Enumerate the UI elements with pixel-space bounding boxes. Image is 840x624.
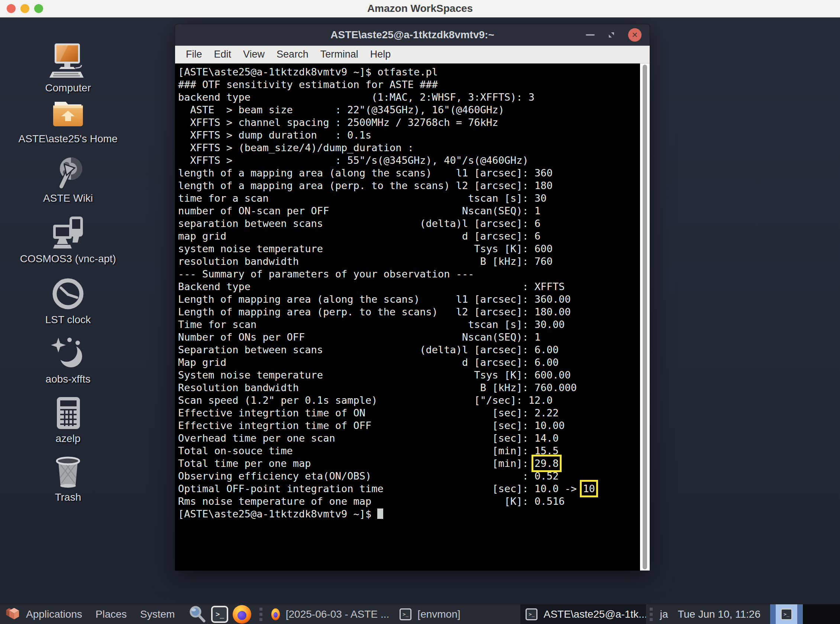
applications-logo-icon[interactable]	[4, 605, 21, 624]
globe-cursor-icon	[50, 153, 86, 190]
close-button[interactable]: ✕	[628, 28, 642, 42]
clock-icon	[50, 275, 86, 312]
desktop-icon-label: azelp	[56, 433, 80, 445]
calculator-icon	[50, 393, 86, 431]
terminal-icon: >_	[211, 606, 228, 623]
task-button-firefox-window[interactable]: [2025-06-03 - ASTE ...	[266, 604, 394, 624]
task-label: [2025-06-03 - ASTE ...	[286, 609, 390, 620]
terminal-scrollbar[interactable]	[640, 63, 650, 570]
taskbar: Applications Places System >_ [2025-06-0…	[0, 604, 840, 624]
home-folder-icon	[50, 94, 86, 131]
minimize-button[interactable]	[586, 34, 595, 36]
desktop-icon-label: Trash	[55, 491, 81, 503]
highlighted-value: 29.8	[534, 457, 558, 469]
terminal-cursor	[377, 508, 383, 519]
desktop-icon-label: COSMOS3 (vnc-apt)	[20, 253, 116, 265]
desktop-icon-computer[interactable]: Computer	[11, 43, 125, 94]
menu-terminal[interactable]: Terminal	[315, 49, 364, 60]
taskbar-menu-applications[interactable]: Applications	[26, 609, 82, 620]
firefox-icon	[271, 609, 280, 620]
desktop-icon-label: aobs-xffts	[46, 373, 91, 385]
menu-file[interactable]: File	[181, 49, 207, 60]
taskbar-clock[interactable]: Tue Jun 10, 11:26	[678, 609, 761, 620]
dual-monitor-icon	[50, 213, 86, 251]
taskbar-menu-places[interactable]: Places	[96, 609, 127, 620]
computer-icon	[49, 43, 87, 80]
tray-terminal-highlight: >_	[776, 604, 797, 624]
terminal-icon: >_	[781, 609, 792, 620]
desktop-icon-label: ASTE\aste25's Home	[19, 133, 118, 145]
input-method-indicator[interactable]: ja	[660, 609, 668, 620]
desktop-icon-aste-wiki[interactable]: ASTE Wiki	[11, 153, 125, 204]
terminal-icon: >_	[399, 609, 411, 620]
app-title: Amazon WorkSpaces	[0, 3, 840, 14]
firefox-launcher[interactable]	[233, 605, 251, 624]
desktop-icon-aobs-xffts[interactable]: aobs-xffts	[11, 334, 125, 385]
taskbar-end-filler	[803, 604, 840, 624]
workspaces-top-bar: Amazon WorkSpaces	[0, 0, 840, 17]
tray-terminal-slot[interactable]: >_	[770, 604, 803, 624]
search-icon	[188, 605, 207, 624]
moon-stars-icon	[50, 334, 86, 371]
restore-button[interactable]	[607, 31, 616, 39]
terminal-launcher[interactable]: >_	[211, 606, 228, 623]
desktop-icon-label: LST clock	[45, 314, 91, 326]
terminal-menubar: File Edit View Search Terminal Help	[175, 46, 650, 63]
menu-view[interactable]: View	[238, 49, 270, 60]
desktop-icon-lst-clock[interactable]: LST clock	[11, 275, 125, 326]
desktop-icon-cosmos3[interactable]: COSMOS3 (vnc-apt)	[11, 213, 125, 265]
firefox-icon	[233, 605, 251, 624]
terminal-icon: >_	[526, 609, 537, 620]
scrollbar-thumb[interactable]	[643, 65, 647, 569]
search-launcher[interactable]	[188, 605, 207, 624]
panel-drag-handle[interactable]	[650, 608, 653, 621]
desktop-icon-azelp[interactable]: azelp	[11, 393, 125, 445]
taskbar-menu-system[interactable]: System	[140, 609, 175, 620]
desktop-icon-label: ASTE Wiki	[43, 192, 93, 204]
terminal-output[interactable]: [ASTE\aste25@a-1tktzdk8vmtv9 ~]$ otfaste…	[175, 63, 640, 570]
menu-help[interactable]: Help	[365, 49, 396, 60]
terminal-titlebar[interactable]: ASTE\aste25@a-1tktzdk8vmtv9:~ ✕	[175, 24, 650, 46]
menu-edit[interactable]: Edit	[209, 49, 237, 60]
task-button-aste-terminal-active[interactable]: >_ ASTE\aste25@a-1tk...	[520, 604, 646, 624]
desktop-icon-label: Computer	[45, 82, 91, 94]
task-button-envmon[interactable]: >_ [envmon]	[394, 604, 520, 624]
desktop-icon-home[interactable]: ASTE\aste25's Home	[11, 94, 125, 145]
task-label: ASTE\aste25@a-1tk...	[543, 609, 646, 620]
task-label: [envmon]	[418, 609, 460, 620]
terminal-window: ASTE\aste25@a-1tktzdk8vmtv9:~ ✕ File Edi…	[175, 24, 650, 570]
highlighted-value: 10	[583, 483, 595, 494]
terminal-title: ASTE\aste25@a-1tktzdk8vmtv9:~	[175, 29, 650, 41]
panel-drag-handle[interactable]	[260, 608, 262, 621]
desktop-icon-trash[interactable]: Trash	[11, 452, 125, 503]
terminal-content[interactable]: [ASTE\aste25@a-1tktzdk8vmtv9 ~]$ otfaste…	[175, 63, 650, 570]
trash-icon	[50, 452, 86, 489]
menu-search[interactable]: Search	[271, 49, 314, 60]
